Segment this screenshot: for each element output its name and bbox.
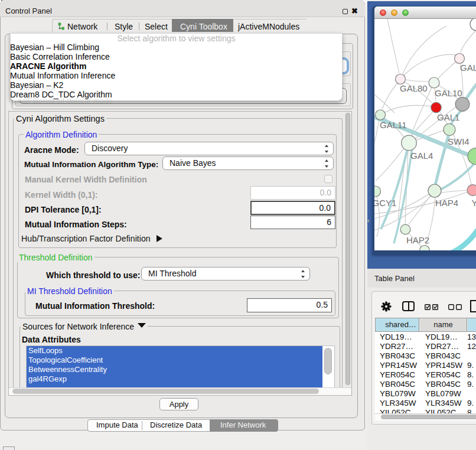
svg-text:GAL4: GAL4 (410, 151, 433, 161)
svg-text:Y: Y (472, 198, 476, 208)
svg-text:GAL80: GAL80 (400, 83, 428, 93)
svg-text:GAL1: GAL1 (437, 112, 459, 122)
svg-text:GAL: GAL (460, 63, 476, 73)
svg-text:HAP2: HAP2 (406, 235, 429, 245)
svg-text:GAL10: GAL10 (435, 88, 462, 98)
svg-text:GCY1: GCY1 (374, 198, 396, 208)
svg-text:SWI4: SWI4 (448, 136, 470, 146)
svg-text:GAL11: GAL11 (380, 120, 407, 130)
svg-text:HAP4: HAP4 (435, 198, 458, 208)
